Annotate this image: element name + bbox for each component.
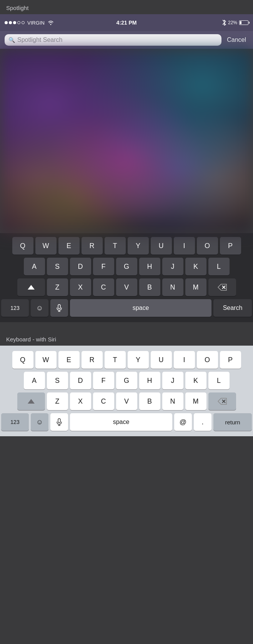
keyboard-row-3: Z X C V B N M (1, 278, 252, 296)
key-n[interactable]: N (162, 278, 183, 296)
light-key-o[interactable]: O (197, 351, 218, 369)
emoji-key-light[interactable]: ☺ (31, 413, 48, 431)
return-key-light[interactable]: return (213, 413, 252, 431)
cancel-button[interactable]: Cancel (225, 35, 248, 45)
light-key-w[interactable]: W (35, 351, 57, 369)
key-v[interactable]: V (116, 278, 137, 296)
blurred-background (0, 49, 253, 233)
keyboard-row-2: A S D F G H J K L (1, 258, 252, 275)
key-x[interactable]: X (70, 278, 91, 296)
shift-key-light[interactable] (17, 392, 45, 410)
key-g[interactable]: G (116, 258, 137, 275)
status-bar: VIRGIN 4:21 PM 22% (0, 14, 253, 31)
key-b[interactable]: B (139, 278, 160, 296)
light-key-e[interactable]: E (58, 351, 80, 369)
key-q[interactable]: Q (12, 237, 33, 255)
signal-dot-2 (9, 21, 12, 24)
search-key-dark[interactable]: Search (213, 299, 252, 317)
light-key-x[interactable]: X (70, 392, 91, 410)
light-key-q[interactable]: Q (12, 351, 33, 369)
bluetooth-icon (222, 20, 226, 26)
key-r[interactable]: R (82, 237, 103, 255)
light-key-g[interactable]: G (116, 372, 137, 389)
light-key-s[interactable]: S (47, 372, 68, 389)
keyboard-row-4: 123 ☺ space Search (1, 299, 252, 317)
delete-key-dark[interactable] (208, 278, 236, 296)
dot-key-light[interactable]: . (194, 413, 211, 431)
key-p[interactable]: P (220, 237, 241, 255)
key-y[interactable]: Y (128, 237, 149, 255)
battery-percentage: 22% (228, 20, 237, 25)
light-key-j[interactable]: J (162, 372, 183, 389)
key-a[interactable]: A (24, 258, 45, 275)
light-key-n[interactable]: N (162, 392, 183, 410)
signal-dot-1 (5, 21, 8, 24)
numbers-key-light[interactable]: 123 (1, 413, 29, 431)
light-key-f[interactable]: F (93, 372, 114, 389)
key-f[interactable]: F (93, 258, 114, 275)
light-key-u[interactable]: U (151, 351, 172, 369)
key-d[interactable]: D (70, 258, 91, 275)
mic-key-light[interactable] (50, 413, 68, 431)
shift-icon-dark (28, 285, 35, 290)
search-icon: 🔍 (8, 37, 15, 43)
light-key-m[interactable]: M (185, 392, 206, 410)
light-key-i[interactable]: I (174, 351, 195, 369)
key-s[interactable]: S (47, 258, 68, 275)
light-key-h[interactable]: H (139, 372, 160, 389)
key-c[interactable]: C (93, 278, 114, 296)
signal-dot-5 (22, 21, 25, 24)
light-keyboard: Q W E R T Y U I O P A S D F G H J K L (0, 347, 253, 436)
light-key-l[interactable]: L (208, 372, 230, 389)
light-key-b[interactable]: B (139, 392, 160, 410)
search-bar-container: 🔍 Spotlight Search Cancel (0, 31, 253, 49)
signal-dot-3 (13, 21, 16, 24)
light-keyboard-row-2: A S D F G H J K L (1, 372, 252, 389)
emoji-key-dark[interactable]: ☺ (31, 299, 48, 317)
light-key-k[interactable]: K (185, 372, 206, 389)
signal-dot-4 (17, 21, 20, 24)
status-left: VIRGIN (5, 20, 54, 26)
light-key-y[interactable]: Y (128, 351, 149, 369)
numbers-key-dark[interactable]: 123 (1, 299, 29, 317)
shift-key-dark[interactable] (17, 278, 45, 296)
light-keyboard-row-3: Z X C V B N M (1, 392, 252, 410)
light-key-t[interactable]: T (105, 351, 126, 369)
light-key-a[interactable]: A (24, 372, 45, 389)
space-key-light[interactable]: space (70, 413, 172, 431)
light-keyboard-row-4: 123 ☺ space @ . return (1, 413, 252, 431)
at-key-light[interactable]: @ (174, 413, 192, 431)
key-e[interactable]: E (58, 237, 80, 255)
keyboard-row-1: Q W E R T Y U I O P (1, 237, 252, 255)
key-l[interactable]: L (208, 258, 230, 275)
mic-key-dark[interactable] (50, 299, 68, 317)
key-t[interactable]: T (105, 237, 126, 255)
svg-rect-7 (58, 419, 60, 423)
delete-icon-dark (218, 284, 227, 291)
light-key-d[interactable]: D (70, 372, 91, 389)
search-input-wrapper[interactable]: 🔍 Spotlight Search (5, 34, 221, 46)
key-j[interactable]: J (162, 258, 183, 275)
light-keyboard-section: Q W E R T Y U I O P A S D F G H J K L (0, 346, 253, 436)
spotlight-section-label: Spotlight (0, 0, 253, 14)
light-key-z[interactable]: Z (47, 392, 68, 410)
battery-fill (240, 21, 241, 24)
light-key-c[interactable]: C (93, 392, 114, 410)
key-w[interactable]: W (35, 237, 57, 255)
key-u[interactable]: U (151, 237, 172, 255)
mic-icon-dark (57, 304, 62, 312)
space-key-dark[interactable]: space (70, 299, 211, 317)
light-key-p[interactable]: P (220, 351, 241, 369)
key-o[interactable]: O (197, 237, 218, 255)
key-k[interactable]: K (185, 258, 206, 275)
key-i[interactable]: I (174, 237, 195, 255)
svg-rect-2 (58, 305, 60, 309)
key-h[interactable]: H (139, 258, 160, 275)
light-key-r[interactable]: R (82, 351, 103, 369)
keyboard-section-label: Keyboard - with Siri (0, 331, 253, 346)
delete-key-light[interactable] (208, 392, 236, 410)
light-key-v[interactable]: V (116, 392, 137, 410)
key-z[interactable]: Z (47, 278, 68, 296)
shift-icon-light (28, 399, 35, 404)
key-m[interactable]: M (185, 278, 206, 296)
